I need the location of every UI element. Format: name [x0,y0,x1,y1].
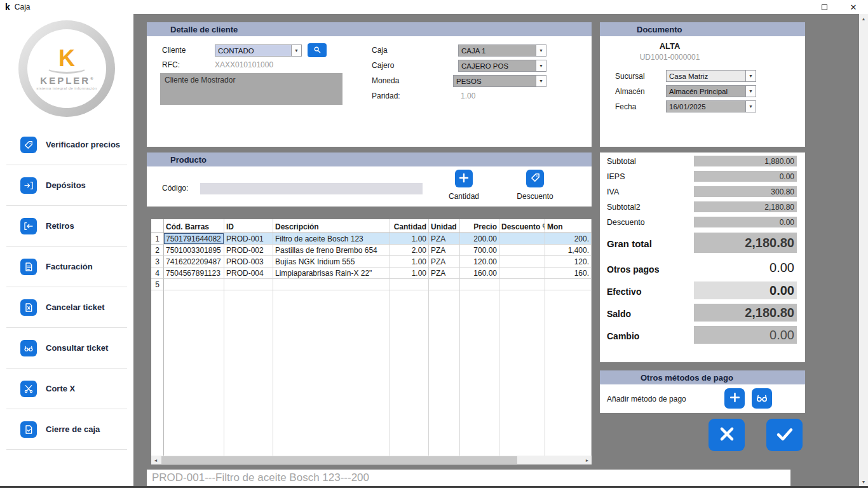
cell-cantidad[interactable]: 1.00 [390,268,429,279]
cell-barcode[interactable] [164,279,224,290]
row-header[interactable]: 5 [151,279,164,290]
cell-id[interactable]: PROD-003 [224,256,273,268]
cell-descripcion[interactable]: Pastillas de freno Brembo 654 [273,245,390,256]
sidebar-item-verificador-precios[interactable]: Verificador precios [6,125,127,165]
cell-id[interactable] [224,279,273,290]
cell-barcode[interactable]: 7501003301895 [164,245,224,256]
cell-cantidad[interactable] [390,279,429,290]
cell-unidad[interactable]: PZA [429,256,460,268]
cell-descuento[interactable] [499,233,545,245]
close-button[interactable]: ✕ [839,0,868,14]
cell-cantidad[interactable]: 1.00 [390,233,429,245]
cell-id[interactable]: PROD-004 [224,268,273,279]
grid-horizontal-scrollbar[interactable]: ◄ ► [151,456,592,464]
cancel-sale-button[interactable] [709,419,745,451]
maximize-button[interactable] [810,0,839,14]
search-client-button[interactable] [308,43,327,57]
cell-unidad[interactable] [429,279,460,290]
column-header-id[interactable]: ID [224,219,273,233]
column-header-precio[interactable]: Precio [460,219,499,233]
cell-monto[interactable]: 1,400. [545,245,592,256]
cell-precio[interactable]: 700.00 [460,245,499,256]
moneda-dropdown[interactable]: PESOS ▼ [453,75,546,87]
table-row[interactable]: 3 7416202209487 PROD-003 Bujías NGK Irid… [151,256,592,268]
caja-dropdown-button[interactable]: ▼ [536,45,546,56]
row-header[interactable]: 4 [151,268,164,279]
sidebar-item-cierre-de-caja[interactable]: Cierre de caja [6,409,127,450]
cell-barcode[interactable]: 7416202209487 [164,256,224,268]
column-header-descripcion[interactable]: Descripción [273,219,390,233]
cell-barcode[interactable]: 7501791644082 [164,233,224,245]
cell-cantidad[interactable]: 1.00 [390,256,429,268]
scroll-up-icon[interactable]: ▲ [859,14,868,23]
window-vertical-scrollbar[interactable]: ▲ ▼ [859,14,868,486]
cajero-dropdown-button[interactable]: ▼ [536,60,546,71]
sidebar-item-retiros[interactable]: Retiros [6,206,127,247]
table-row[interactable]: 1 7501791644082 PROD-001 Filtro de aceit… [151,233,592,245]
cell-id[interactable]: PROD-001 [224,233,273,245]
row-header[interactable]: 3 [151,256,164,268]
cell-unidad[interactable]: PZA [429,233,460,245]
table-row-new[interactable]: 5 [151,279,592,290]
sucursal-dropdown[interactable]: Casa Matriz ▼ [666,70,756,82]
cell-descripcion[interactable] [273,279,390,290]
column-header-barcode[interactable]: Cód. Barras [164,219,224,233]
cell-descuento[interactable] [499,279,545,290]
almacen-dropdown[interactable]: Almacén Principal ▼ [666,85,756,97]
scroll-down-icon[interactable]: ▼ [859,477,868,486]
sidebar-item-cancelar-ticket[interactable]: Cancelar ticket [6,287,127,328]
cell-monto[interactable]: 120. [545,256,592,268]
confirm-sale-button[interactable] [766,419,803,451]
cell-descuento[interactable] [499,268,545,279]
almacen-dropdown-button[interactable]: ▼ [745,86,756,97]
efectivo-input[interactable]: 0.00 [694,281,797,299]
cell-precio[interactable]: 120.00 [460,256,499,268]
cell-descuento[interactable] [499,245,545,256]
cell-cantidad[interactable]: 2.00 [390,245,429,256]
cliente-dropdown[interactable]: CONTADO ▼ [215,44,302,57]
cell-precio[interactable]: 200.00 [460,233,499,245]
cell-monto[interactable]: 200. [545,233,592,245]
column-header-monto[interactable]: Mon [545,219,592,233]
cell-monto[interactable]: 160. [545,268,592,279]
sidebar-item-consultar-ticket[interactable]: Consultar ticket [6,328,127,369]
table-row[interactable]: 4 7504567891123 PROD-004 Limpiaparabrisa… [151,268,592,279]
row-header[interactable]: 1 [151,233,164,245]
scrollbar-track[interactable] [160,456,583,464]
moneda-dropdown-button[interactable]: ▼ [536,76,546,86]
grid-corner-cell[interactable] [151,219,164,233]
cell-precio[interactable] [460,279,499,290]
discount-button[interactable] [526,170,544,187]
cell-monto[interactable] [545,279,592,290]
cell-descripcion[interactable]: Limpiaparabrisas Rain-X 22" [273,268,390,279]
scroll-left-icon[interactable]: ◄ [151,456,160,464]
scroll-right-icon[interactable]: ► [583,456,592,464]
add-payment-button[interactable] [724,388,745,409]
cell-unidad[interactable]: PZA [429,268,460,279]
scrollbar-thumb[interactable] [161,456,517,464]
codigo-input[interactable] [200,183,423,194]
sucursal-dropdown-button[interactable]: ▼ [745,71,756,81]
view-payments-button[interactable] [752,388,772,409]
caja-dropdown[interactable]: CAJA 1 ▼ [458,44,546,57]
column-header-descuento[interactable]: Descuento % [499,219,545,233]
sidebar-item-depositos[interactable]: Depósitos [6,165,127,206]
table-row[interactable]: 2 7501003301895 PROD-002 Pastillas de fr… [151,245,592,256]
cell-descripcion[interactable]: Filtro de aceite Bosch 123 [273,233,390,245]
row-header[interactable]: 2 [151,245,164,256]
cliente-dropdown-button[interactable]: ▼ [291,45,301,56]
cajero-dropdown[interactable]: CAJERO POS ▼ [458,60,546,72]
cell-unidad[interactable]: PZA [429,245,460,256]
cell-descripcion[interactable]: Bujías NGK Iridium 555 [273,256,390,268]
cell-barcode[interactable]: 7504567891123 [164,268,224,279]
column-header-unidad[interactable]: Unidad [429,219,460,233]
cell-id[interactable]: PROD-002 [224,245,273,256]
cell-precio[interactable]: 160.00 [460,268,499,279]
sidebar-item-facturacion[interactable]: Facturación [6,247,127,287]
add-quantity-button[interactable] [455,170,473,187]
column-header-cantidad[interactable]: Cantidad [390,219,429,233]
cell-descuento[interactable] [499,256,545,268]
sidebar-item-corte-x[interactable]: Corte X [6,369,127,409]
fecha-dropdown-button[interactable]: ▼ [745,101,756,112]
fecha-datepicker[interactable]: 16/01/2025 ▼ [666,100,756,112]
